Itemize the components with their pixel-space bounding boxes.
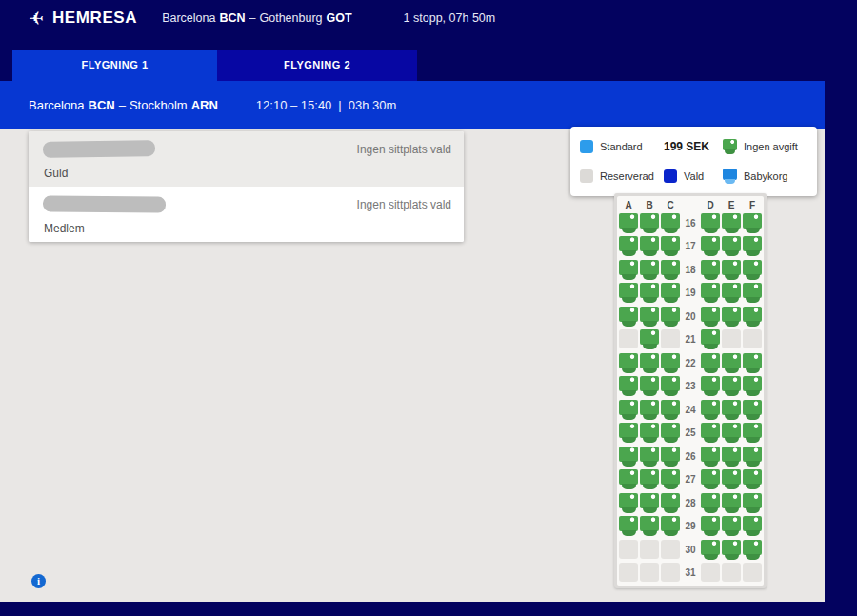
seat-19D[interactable] <box>701 283 720 303</box>
seat-17A[interactable] <box>619 236 638 256</box>
seat-17C[interactable] <box>661 236 680 256</box>
seat-28C[interactable] <box>661 493 680 513</box>
seat-30E[interactable] <box>722 540 741 560</box>
seat-23B[interactable] <box>640 376 659 396</box>
seat-20A[interactable] <box>619 307 638 327</box>
seat-18D[interactable] <box>701 260 720 280</box>
seat-19C[interactable] <box>661 283 680 303</box>
tab-flight-1[interactable]: FLYGNING 1 <box>12 50 217 81</box>
seat-27B[interactable] <box>640 469 659 489</box>
seat-26E[interactable] <box>722 447 741 467</box>
seat-26B[interactable] <box>640 447 659 467</box>
seat-25E[interactable] <box>722 423 741 443</box>
seat-19E[interactable] <box>722 283 741 303</box>
seat-23E[interactable] <box>722 376 741 396</box>
seat-24B[interactable] <box>640 400 659 420</box>
seat-26D[interactable] <box>701 447 720 467</box>
seat-row-28: 28 <box>617 491 764 515</box>
passenger-row-1[interactable]: Guld Ingen sittplats vald <box>29 131 464 187</box>
seat-27E[interactable] <box>722 469 741 489</box>
seat-30D[interactable] <box>701 540 720 560</box>
seat-25F[interactable] <box>743 423 762 443</box>
info-icon: i <box>37 576 40 586</box>
seat-23C[interactable] <box>661 376 680 396</box>
seat-map-cabin: A B C D E F 1617181920212223242526272829… <box>617 196 764 586</box>
seat-16B[interactable] <box>640 213 659 233</box>
seat-21E <box>722 329 741 349</box>
seat-16E[interactable] <box>722 213 741 233</box>
seat-22C[interactable] <box>661 353 680 373</box>
seat-17F[interactable] <box>743 236 762 256</box>
flight-tabs: FLYGNING 1 FLYGNING 2 <box>12 50 417 81</box>
seat-27C[interactable] <box>661 469 680 489</box>
seat-27F[interactable] <box>743 469 762 489</box>
seat-23D[interactable] <box>701 376 720 396</box>
seat-24C[interactable] <box>661 400 680 420</box>
seat-29F[interactable] <box>743 516 762 536</box>
seat-22A[interactable] <box>619 353 638 373</box>
seat-16A[interactable] <box>619 213 638 233</box>
seat-27A[interactable] <box>619 469 638 489</box>
seat-20E[interactable] <box>722 307 741 327</box>
seat-22B[interactable] <box>640 353 659 373</box>
seat-20D[interactable] <box>701 307 720 327</box>
seat-22F[interactable] <box>743 353 762 373</box>
seat-16C[interactable] <box>661 213 680 233</box>
seat-28F[interactable] <box>743 493 762 513</box>
seat-28D[interactable] <box>701 493 720 513</box>
seat-19F[interactable] <box>743 283 762 303</box>
seat-28A[interactable] <box>619 493 638 513</box>
seat-22E[interactable] <box>722 353 741 373</box>
seat-29D[interactable] <box>701 516 720 536</box>
seat-20B[interactable] <box>640 307 659 327</box>
seat-26F[interactable] <box>743 447 762 467</box>
seat-25D[interactable] <box>701 423 720 443</box>
seat-17D[interactable] <box>701 236 720 256</box>
seat-17B[interactable] <box>640 236 659 256</box>
seat-16D[interactable] <box>701 213 720 233</box>
seat-29C[interactable] <box>661 516 680 536</box>
seat-18A[interactable] <box>619 260 638 280</box>
seat-21D[interactable] <box>701 329 720 349</box>
seat-30F[interactable] <box>743 540 762 560</box>
seat-29B[interactable] <box>640 516 659 536</box>
seat-18E[interactable] <box>722 260 741 280</box>
seat-25C[interactable] <box>661 423 680 443</box>
seat-26A[interactable] <box>619 447 638 467</box>
seat-18C[interactable] <box>661 260 680 280</box>
seat-27D[interactable] <box>701 469 720 489</box>
legend-standard: Standard <box>580 140 664 153</box>
info-button[interactable]: i <box>31 574 46 588</box>
seat-16F[interactable] <box>743 213 762 233</box>
seat-20F[interactable] <box>743 307 762 327</box>
tab-flight-2[interactable]: FLYGNING 2 <box>217 50 417 81</box>
seat-23A[interactable] <box>619 376 638 396</box>
passenger-row-2[interactable]: Medlem Ingen sittplats vald <box>29 187 464 242</box>
seat-24D[interactable] <box>701 400 720 420</box>
seat-24F[interactable] <box>743 400 762 420</box>
seat-24A[interactable] <box>619 400 638 420</box>
seat-19A[interactable] <box>619 283 638 303</box>
seat-17E[interactable] <box>722 236 741 256</box>
seat-25A[interactable] <box>619 423 638 443</box>
seat-21F <box>743 329 762 349</box>
passenger-tier: Guld <box>44 167 68 180</box>
seat-row-18: 18 <box>617 258 764 282</box>
seat-24E[interactable] <box>722 400 741 420</box>
seat-31A <box>619 563 638 583</box>
seat-18F[interactable] <box>743 260 762 280</box>
seat-26C[interactable] <box>661 447 680 467</box>
seat-18B[interactable] <box>640 260 659 280</box>
seat-28B[interactable] <box>640 493 659 513</box>
row-number: 23 <box>681 381 700 391</box>
seat-23F[interactable] <box>743 376 762 396</box>
seat-25B[interactable] <box>640 423 659 443</box>
seat-29E[interactable] <box>722 516 741 536</box>
seat-22D[interactable] <box>701 353 720 373</box>
seat-20C[interactable] <box>661 307 680 327</box>
seat-28E[interactable] <box>722 493 741 513</box>
seat-21B[interactable] <box>640 329 659 349</box>
bassinet-seat-icon <box>723 169 737 184</box>
seat-29A[interactable] <box>619 516 638 536</box>
seat-19B[interactable] <box>640 283 659 303</box>
